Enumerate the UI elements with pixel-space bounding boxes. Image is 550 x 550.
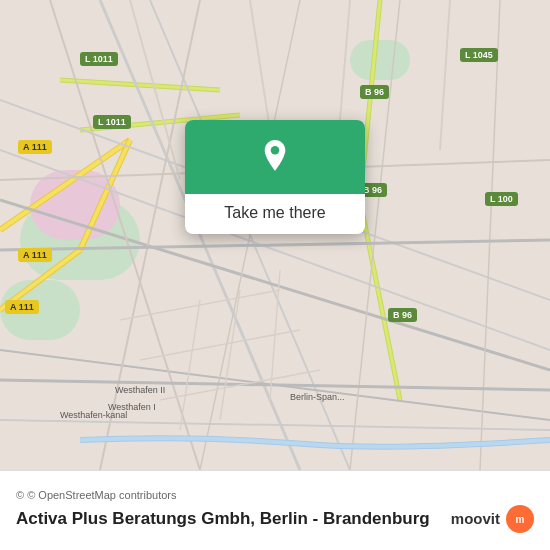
bottom-bar: © © OpenStreetMap contributors Activa Pl… — [0, 470, 550, 550]
svg-line-38 — [440, 0, 450, 150]
svg-point-39 — [271, 146, 280, 155]
svg-line-24 — [480, 0, 500, 470]
badge-a111-2: A 111 — [18, 248, 52, 262]
svg-line-36 — [250, 0, 270, 130]
svg-line-33 — [220, 290, 240, 420]
location-pin-icon — [257, 140, 293, 176]
copyright-text: © © OpenStreetMap contributors — [16, 489, 534, 501]
svg-line-37 — [340, 0, 350, 120]
copyright-icon: © — [16, 489, 24, 501]
svg-line-7 — [60, 80, 220, 90]
badge-b96-1: B 96 — [360, 85, 389, 99]
badge-a111-3: A 111 — [5, 300, 39, 314]
svg-line-28 — [0, 420, 550, 430]
map-container: A 111 A 111 A 111 L 1011 L 1011 B 96 B 9… — [0, 0, 550, 470]
roads-layer — [0, 0, 550, 470]
label-westhafen: Westhafen II — [115, 385, 165, 395]
label-berlin-spandau: Berlin-Span... — [290, 392, 345, 402]
label-canal: Westhafen-kanal — [60, 410, 127, 420]
svg-line-13 — [360, 200, 400, 400]
svg-line-30 — [140, 330, 300, 360]
svg-line-22 — [200, 0, 300, 470]
take-me-there-button[interactable]: Take me there — [224, 204, 325, 222]
popup-button-section: Take me there — [185, 194, 365, 234]
svg-line-20 — [50, 0, 200, 470]
badge-a111-1: A 111 — [18, 140, 52, 154]
popup-card: Take me there — [185, 120, 365, 234]
business-name: Activa Plus Beratungs Gmbh, Berlin - Bra… — [16, 509, 430, 529]
moovit-text: moovit — [451, 510, 500, 527]
business-name-row: Activa Plus Beratungs Gmbh, Berlin - Bra… — [16, 505, 534, 533]
svg-line-27 — [0, 380, 550, 390]
svg-line-32 — [180, 300, 200, 430]
badge-l1045: L 1045 — [460, 48, 498, 62]
svg-text:m: m — [516, 514, 525, 525]
moovit-logo: moovit m — [451, 505, 534, 533]
badge-l1011-1: L 1011 — [80, 52, 118, 66]
popup-green-header — [185, 120, 365, 194]
attribution-text: © OpenStreetMap contributors — [27, 489, 176, 501]
badge-l100: L 100 — [485, 192, 518, 206]
badge-l1011-2: L 1011 — [93, 115, 131, 129]
badge-b96-3: B 96 — [388, 308, 417, 322]
moovit-icon: m — [506, 505, 534, 533]
